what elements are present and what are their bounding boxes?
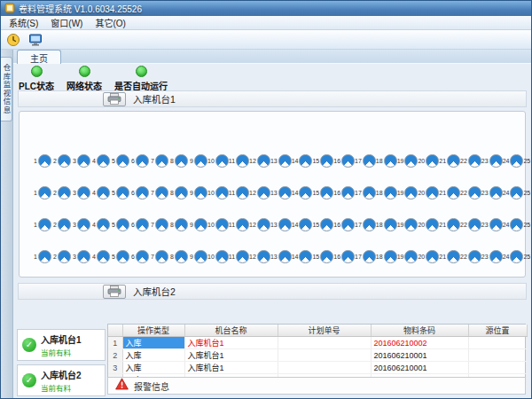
roll-slot-2-8[interactable]: 8 xyxy=(168,186,188,200)
roll-slot-2-13[interactable]: 13 xyxy=(270,186,292,200)
roll-slot-1-6[interactable]: 6 xyxy=(129,154,149,168)
operation-row[interactable]: 1入库入库机台1201606210002 xyxy=(108,337,527,349)
roll-slot-2-22[interactable]: 22 xyxy=(460,186,481,200)
roll-slot-1-3[interactable]: 3 xyxy=(71,154,90,168)
roll-slot-2-9[interactable]: 9 xyxy=(188,186,207,200)
roll-slot-2-16[interactable]: 16 xyxy=(333,186,355,200)
roll-slot-1-22[interactable]: 22 xyxy=(460,154,481,168)
roll-slot-3-2[interactable]: 2 xyxy=(51,218,71,231)
dock-tab-warehouse-monitor[interactable]: 仓库监视信息 xyxy=(1,57,12,121)
roll-slot-1-5[interactable]: 5 xyxy=(110,154,129,168)
roll-slot-1-19[interactable]: 19 xyxy=(397,154,419,168)
roll-slot-4-8[interactable]: 8 xyxy=(168,250,188,263)
roll-slot-2-15[interactable]: 15 xyxy=(312,186,333,200)
roll-slot-4-20[interactable]: 20 xyxy=(418,250,439,263)
column-header[interactable]: 物料条码 xyxy=(371,325,468,337)
roll-slot-1-20[interactable]: 20 xyxy=(418,154,439,168)
machine1-status-card[interactable]: ✓ 入库机台1 当前有料 xyxy=(17,329,106,361)
roll-slot-3-22[interactable]: 22 xyxy=(460,218,481,231)
roll-slot-2-14[interactable]: 14 xyxy=(292,186,313,200)
roll-slot-2-11[interactable]: 11 xyxy=(229,186,249,200)
roll-slot-3-18[interactable]: 18 xyxy=(376,218,397,231)
roll-slot-2-12[interactable]: 12 xyxy=(249,186,270,200)
roll-slot-4-13[interactable]: 13 xyxy=(270,250,292,263)
roll-slot-3-20[interactable]: 20 xyxy=(418,218,439,231)
roll-slot-2-6[interactable]: 6 xyxy=(129,186,149,200)
menu-other[interactable]: 其它(O) xyxy=(89,15,131,30)
roll-slot-1-10[interactable]: 10 xyxy=(207,154,229,168)
roll-slot-4-18[interactable]: 18 xyxy=(376,250,397,263)
roll-slot-3-6[interactable]: 6 xyxy=(129,218,149,231)
roll-slot-2-4[interactable]: 4 xyxy=(90,186,110,200)
column-header[interactable]: 计划单号 xyxy=(278,325,371,337)
roll-slot-1-8[interactable]: 8 xyxy=(168,154,188,168)
roll-slot-1-1[interactable]: 1 xyxy=(32,154,51,168)
roll-slot-4-23[interactable]: 23 xyxy=(481,250,503,263)
roll-slot-3-9[interactable]: 9 xyxy=(188,218,207,231)
roll-slot-3-21[interactable]: 21 xyxy=(439,218,460,231)
roll-slot-3-3[interactable]: 3 xyxy=(71,218,90,231)
roll-slot-3-12[interactable]: 12 xyxy=(249,218,270,231)
roll-slot-2-17[interactable]: 17 xyxy=(355,186,376,200)
machine2-status-card[interactable]: ✓ 入库机台2 当前有料 xyxy=(17,364,106,396)
roll-slot-4-12[interactable]: 12 xyxy=(249,250,270,263)
column-header[interactable]: 源位置 xyxy=(468,325,527,337)
roll-slot-2-24[interactable]: 24 xyxy=(503,186,524,200)
roll-slot-2-19[interactable]: 19 xyxy=(397,186,419,200)
roll-slot-3-7[interactable]: 7 xyxy=(149,218,168,231)
roll-slot-4-7[interactable]: 7 xyxy=(149,250,168,263)
roll-slot-4-15[interactable]: 15 xyxy=(312,250,333,263)
roll-slot-3-4[interactable]: 4 xyxy=(90,218,110,231)
roll-slot-4-14[interactable]: 14 xyxy=(292,250,313,263)
roll-slot-2-2[interactable]: 2 xyxy=(51,186,71,200)
roll-slot-2-1[interactable]: 1 xyxy=(32,186,51,200)
roll-slot-4-24[interactable]: 24 xyxy=(503,250,524,263)
roll-slot-2-21[interactable]: 21 xyxy=(439,186,460,200)
roll-slot-1-16[interactable]: 16 xyxy=(333,154,355,168)
roll-slot-4-22[interactable]: 22 xyxy=(460,250,481,263)
roll-slot-4-2[interactable]: 2 xyxy=(51,250,71,263)
roll-slot-1-23[interactable]: 23 xyxy=(481,154,503,168)
roll-slot-2-18[interactable]: 18 xyxy=(376,186,397,200)
menu-window[interactable]: 窗口(W) xyxy=(44,15,89,30)
column-header[interactable]: 机台名称 xyxy=(184,325,278,337)
printer-button-machine2[interactable] xyxy=(103,285,126,299)
roll-slot-4-1[interactable]: 1 xyxy=(32,250,51,263)
roll-slot-4-3[interactable]: 3 xyxy=(71,250,90,263)
roll-slot-1-13[interactable]: 13 xyxy=(270,154,292,168)
roll-slot-1-11[interactable]: 11 xyxy=(229,154,249,168)
menu-system[interactable]: 系统(S) xyxy=(3,15,44,30)
title-bar[interactable]: 卷料管理系统 V1.0.6034.25526 xyxy=(1,1,531,16)
roll-slot-1-2[interactable]: 2 xyxy=(51,154,71,168)
roll-slot-3-13[interactable]: 13 xyxy=(270,218,292,231)
roll-slot-1-9[interactable]: 9 xyxy=(188,154,207,168)
roll-slot-1-25[interactable]: 25 xyxy=(523,154,532,168)
roll-slot-1-18[interactable]: 18 xyxy=(376,154,397,168)
roll-slot-3-14[interactable]: 14 xyxy=(292,218,313,231)
roll-slot-4-9[interactable]: 9 xyxy=(188,250,207,263)
roll-slot-3-24[interactable]: 24 xyxy=(503,218,524,231)
roll-slot-1-24[interactable]: 24 xyxy=(503,154,524,168)
roll-slot-2-25[interactable]: 25 xyxy=(523,186,532,200)
roll-slot-1-7[interactable]: 7 xyxy=(149,154,168,168)
roll-slot-1-17[interactable]: 17 xyxy=(355,154,376,168)
roll-slot-2-10[interactable]: 10 xyxy=(207,186,229,200)
roll-slot-4-21[interactable]: 21 xyxy=(439,250,460,263)
roll-slot-3-19[interactable]: 19 xyxy=(397,218,419,231)
roll-slot-3-16[interactable]: 16 xyxy=(333,218,355,231)
roll-slot-2-5[interactable]: 5 xyxy=(110,186,129,200)
roll-slot-2-23[interactable]: 23 xyxy=(481,186,503,200)
history-tool-button[interactable] xyxy=(4,31,23,48)
roll-slot-2-3[interactable]: 3 xyxy=(71,186,90,200)
roll-slot-4-19[interactable]: 19 xyxy=(397,250,419,263)
roll-slot-1-4[interactable]: 4 xyxy=(90,154,110,168)
roll-slot-2-20[interactable]: 20 xyxy=(418,186,439,200)
roll-slot-3-23[interactable]: 23 xyxy=(481,218,503,231)
roll-slot-3-1[interactable]: 1 xyxy=(32,218,51,231)
roll-slot-4-11[interactable]: 11 xyxy=(229,250,249,263)
roll-slot-3-10[interactable]: 10 xyxy=(207,218,229,231)
roll-slot-4-16[interactable]: 16 xyxy=(333,250,355,263)
roll-slot-3-11[interactable]: 11 xyxy=(229,218,249,231)
roll-slot-3-5[interactable]: 5 xyxy=(110,218,129,231)
roll-slot-3-8[interactable]: 8 xyxy=(168,218,188,231)
